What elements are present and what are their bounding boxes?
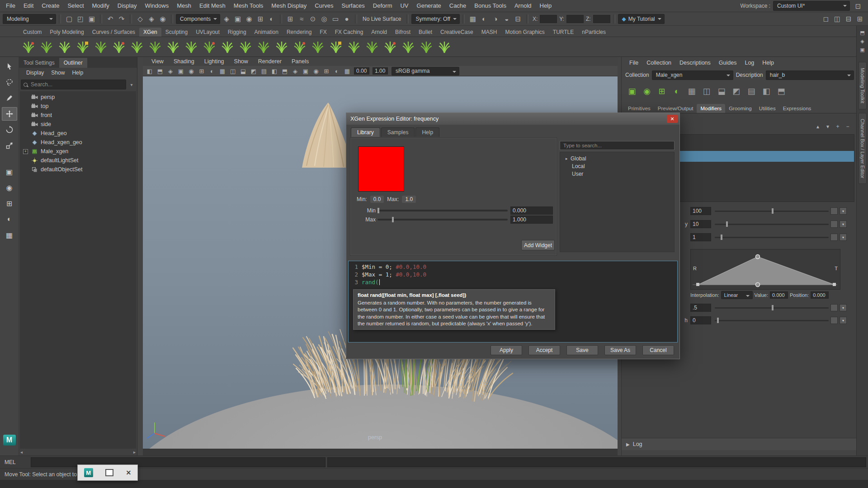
gamma-field[interactable]: 1.00 [373,67,388,75]
shelf-tab-bifrost[interactable]: Bifrost [391,28,415,37]
viewport-menu-view[interactable]: View [146,58,169,65]
screen-space-ao-icon[interactable]: ◧ [269,66,279,75]
shelf-tab-curves-surfaces[interactable]: Curves / Surfaces [88,28,139,37]
menu-surfaces[interactable]: Surfaces [338,0,369,12]
save-scene-icon[interactable]: ▣ [86,14,97,24]
single-pane-icon[interactable]: ◻ [821,14,831,24]
workspace-dropdown[interactable]: Custom UI* [773,1,850,11]
min-slider-handle[interactable] [377,208,379,213]
outliner-menu-show[interactable]: Show [47,70,68,76]
slider-handle[interactable] [717,318,719,323]
lock-camera-icon[interactable]: ⬒ [155,66,165,75]
scope-item-global[interactable]: ▸Global [560,155,674,162]
xgen-shelf-button-15[interactable] [273,38,290,56]
sidebar-tab-modeling-toolkit[interactable]: Modeling Toolkit [859,62,867,109]
interpolation-dropdown[interactable]: Linear [721,291,753,299]
code-line[interactable]: 1$Min = 0; #0.0,10.0 [349,263,677,271]
display-layers-icon[interactable]: ⊟ [513,14,524,24]
maya-app-icon[interactable]: M [84,468,93,477]
window-icon[interactable] [105,469,113,476]
preview-refresh-icon[interactable]: ▦ [685,84,698,98]
shelf-tab-custom[interactable]: Custom [19,28,46,37]
shelf-tab-creativecase[interactable]: CreativeCase [436,28,477,37]
menu-curves[interactable]: Curves [311,0,337,12]
attribute-value-field[interactable]: 0 [690,316,711,324]
ramp-key-left[interactable] [696,283,699,286]
tutorial-dropdown[interactable]: ◆ My Tutorial [618,14,665,24]
xgen-shelf-button-24[interactable] [436,38,453,56]
map-button-icon[interactable] [830,234,838,241]
snap-curve-icon[interactable]: ≈ [296,14,307,24]
shelf-tab-rigging[interactable]: Rigging [224,28,250,37]
three-panes-icon[interactable]: ⊟ [843,14,854,24]
outliner-item-side[interactable]: side [20,120,136,129]
shelf-tab-xgen[interactable]: XGen [139,28,161,37]
menu-cache[interactable]: Cache [445,0,471,12]
range-max-value[interactable]: 1.0 [402,196,416,203]
mask-curves-icon[interactable]: ▣ [232,14,243,24]
code-line[interactable]: 2$Max = 1; #0.0,10.0 [349,271,677,278]
outliner-item-top[interactable]: top [20,102,136,111]
shelf-tab-fx[interactable]: FX [316,28,330,37]
paint-select-tool-icon[interactable] [2,91,17,105]
xgen-shelf-button-9[interactable] [165,38,182,56]
snap-projected-center-icon[interactable]: ◎ [319,14,330,24]
menu-help[interactable]: Help [536,0,556,12]
menu-generate[interactable]: Generate [413,0,445,12]
dialog-tab-samples[interactable]: Samples [381,127,415,137]
code-line[interactable]: 3rand( [349,278,677,286]
symmetry-tool-icon[interactable]: ◉ [2,181,17,194]
slider-handle[interactable] [726,221,728,227]
cancel-button[interactable]: Cancel [642,345,674,355]
xgen-shelf-button-14[interactable] [255,38,272,56]
xgen-shelf-button-19[interactable] [345,38,363,56]
dialog-title-bar[interactable]: XGen Expression Editor: frequency ✕ [346,113,679,125]
fog-icon[interactable]: ◉ [311,66,321,75]
attribute-slider[interactable] [715,234,829,241]
utilities-a-icon[interactable]: ▤ [745,84,758,98]
show-panel-icon-1[interactable]: ⬒ [858,28,867,37]
xgen-shelf-button-8[interactable] [146,38,164,56]
y-coord-field[interactable] [566,15,584,23]
xgen-shelf-button-17[interactable] [309,38,326,56]
anti-aliasing-icon[interactable]: ◈ [290,66,300,75]
undo-icon[interactable]: ↶ [105,14,116,24]
outliner-item-front[interactable]: front [20,111,136,120]
selection-mask-dropdown[interactable]: Components [176,14,220,24]
camera-attributes-icon[interactable]: ◈ [165,66,175,75]
panel-tab-outliner[interactable]: Outliner [59,58,87,68]
xgen-menu-help[interactable]: Help [758,60,778,66]
ramp-position-field[interactable]: 0.000 [811,291,829,299]
utilities-b-icon[interactable]: ◧ [760,84,773,98]
menu-file[interactable]: File [2,0,19,12]
attribute-slider[interactable] [715,317,829,324]
attribute-slider[interactable] [715,304,829,311]
apply-button[interactable]: Apply [491,345,522,355]
workspace-pin-icon[interactable]: ⊡ [853,0,863,11]
use-default-material-icon[interactable]: ◩ [249,66,259,75]
attribute-value-field[interactable]: 100 [690,207,711,215]
map-button-icon[interactable] [830,304,838,311]
menu-modify[interactable]: Modify [88,0,113,12]
expand-icon[interactable]: + [23,149,28,154]
sculpt-icon[interactable]: ◩ [730,84,743,98]
outliner-search-box[interactable] [21,80,126,89]
slider-handle[interactable] [772,208,774,214]
expression-search-box[interactable] [560,141,675,150]
xgen-tab-grooming[interactable]: Grooming [725,104,755,113]
select-hierarchy-icon[interactable]: ◇ [135,14,146,24]
min-slider[interactable] [377,206,508,215]
menu-uv[interactable]: UV [396,0,412,12]
xgen-shelf-button-3[interactable] [56,38,73,56]
xgen-shelf-button-5[interactable] [92,38,109,56]
xgen-shelf-button-1[interactable] [20,38,37,56]
attr-menu-icon[interactable]: ▾ [840,234,847,241]
outliner-filter-icon[interactable]: ▾ [128,82,135,87]
outliner-item-defaultlightset[interactable]: defaultLightSet [20,156,136,165]
description-dropdown[interactable]: hair_b [766,70,854,80]
outliner-menu-help[interactable]: Help [68,70,87,76]
shelf-tab-sculpting[interactable]: Sculpting [161,28,192,37]
xgen-shelf-button-6[interactable] [110,38,127,56]
xgen-shelf-button-12[interactable] [219,38,236,56]
xgen-shelf-button-13[interactable] [237,38,254,56]
